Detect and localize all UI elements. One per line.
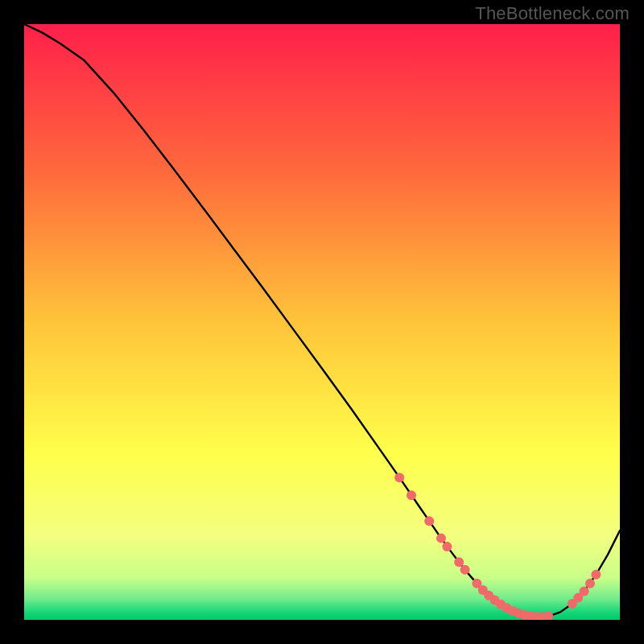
data-marker xyxy=(585,579,595,588)
data-marker xyxy=(591,570,601,580)
chart-container: TheBottleneck.com xyxy=(0,0,644,644)
data-marker xyxy=(407,490,416,500)
chart-svg xyxy=(24,24,620,620)
gradient-background xyxy=(24,24,620,620)
data-marker xyxy=(436,534,446,543)
watermark-text: TheBottleneck.com xyxy=(475,3,630,24)
data-marker xyxy=(394,473,404,482)
data-marker xyxy=(454,557,464,567)
data-marker xyxy=(460,565,470,575)
data-marker xyxy=(424,516,434,526)
data-marker xyxy=(442,542,452,551)
data-marker xyxy=(580,586,589,596)
plot-area xyxy=(24,24,620,620)
